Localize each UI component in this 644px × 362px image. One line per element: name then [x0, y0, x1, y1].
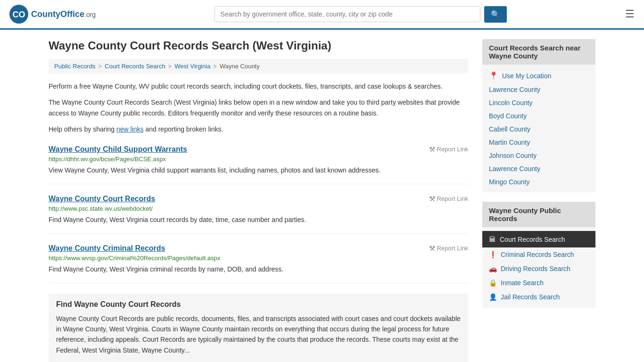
- report-icon-0: ⚒: [429, 145, 435, 154]
- pr-link-4[interactable]: Jail Records Search: [501, 293, 560, 301]
- report-icon-1: ⚒: [429, 195, 435, 203]
- search-input[interactable]: [215, 6, 480, 22]
- result-title-2[interactable]: Wayne County Criminal Records: [49, 244, 165, 253]
- location-icon: 📍: [489, 71, 498, 80]
- new-links-link[interactable]: new links: [116, 125, 144, 133]
- pr-label-0: Court Records Search: [500, 236, 565, 243]
- result-desc-2: Find Wayne County, West Virginia crimina…: [49, 264, 468, 274]
- sidebar: Court Records Search near Wayne County 📍…: [482, 39, 595, 362]
- description-2: The Wayne County Court Records Search (W…: [49, 97, 468, 118]
- report-link-0[interactable]: ⚒ Report Link: [429, 145, 468, 154]
- nearby-section-body: 📍 Use My Location Lawrence CountyLincoln…: [482, 65, 595, 192]
- result-url-1[interactable]: http://www.psc.state.wv.us/webdocket/: [49, 205, 468, 212]
- result-desc-0: View Wayne County, West Virginia child s…: [49, 165, 468, 175]
- public-records-item-4[interactable]: 👤Jail Records Search: [482, 290, 595, 304]
- breadcrumb: Public Records > Court Records Search > …: [49, 59, 468, 74]
- search-button[interactable]: 🔍: [484, 6, 507, 23]
- nearby-section-title: Court Records Search near Wayne County: [482, 39, 595, 65]
- nearby-link-6[interactable]: Lawrence County: [482, 162, 595, 175]
- public-records-item-1[interactable]: ❗Criminal Records Search: [482, 247, 595, 262]
- result-url-0[interactable]: https://dhhr.wv.gov/bcse/Pages/BCSE.aspx: [49, 156, 468, 163]
- search-area: 🔍: [215, 6, 507, 23]
- nearby-link-3[interactable]: Cabell County: [482, 123, 595, 136]
- result-item: Wayne County Court Records ⚒ Report Link…: [49, 195, 468, 234]
- nearby-link-0[interactable]: Lawrence County: [482, 83, 595, 96]
- report-link-2[interactable]: ⚒ Report Link: [429, 244, 468, 253]
- results-container: Wayne County Child Support Warrants ⚒ Re…: [49, 145, 468, 283]
- public-records-container: 🏛Court Records Search❗Criminal Records S…: [482, 231, 595, 304]
- public-records-item-3[interactable]: 🔒Inmate Search: [482, 276, 595, 290]
- pr-icon-4: 👤: [489, 293, 497, 301]
- result-header-1: Wayne County Court Records ⚒ Report Link: [49, 195, 468, 205]
- description-3: Help others by sharing new links and rep…: [49, 124, 468, 134]
- pr-link-1[interactable]: Criminal Records Search: [501, 251, 574, 258]
- nearby-link-5[interactable]: Johnson County: [482, 149, 595, 162]
- site-header: CO CountyOffice.org 🔍 ☰: [0, 0, 644, 30]
- desc3-post: and reporting broken links.: [144, 125, 223, 133]
- pr-icon-1: ❗: [489, 251, 497, 258]
- nearby-link-1[interactable]: Lincoln County: [482, 96, 595, 109]
- description-1: Perform a free Wayne County, WV public c…: [49, 81, 468, 91]
- report-link-1[interactable]: ⚒ Report Link: [429, 195, 468, 203]
- public-records-item-2[interactable]: 🚗Driving Records Search: [482, 262, 595, 276]
- logo-area: CO CountyOffice.org: [9, 5, 96, 24]
- result-item: Wayne County Criminal Records ⚒ Report L…: [49, 244, 468, 283]
- nearby-link-7[interactable]: Mingo County: [482, 175, 595, 189]
- pr-icon-2: 🚗: [489, 265, 497, 272]
- breadcrumb-public-records[interactable]: Public Records: [54, 63, 95, 70]
- result-url-2[interactable]: https://www.wvsp.gov/Criminal%20Records/…: [49, 255, 468, 262]
- pr-icon-3: 🔒: [489, 279, 497, 287]
- breadcrumb-west-virginia[interactable]: West Virginia: [174, 63, 210, 70]
- pr-link-3[interactable]: Inmate Search: [501, 279, 544, 287]
- logo-text: CountyOffice.org: [31, 9, 96, 19]
- breadcrumb-sep-3: >: [213, 63, 217, 70]
- use-location-link[interactable]: 📍 Use My Location: [482, 68, 595, 83]
- result-header-0: Wayne County Child Support Warrants ⚒ Re…: [49, 145, 468, 156]
- find-section-title: Find Wayne County Court Records: [56, 300, 461, 309]
- svg-text:CO: CO: [13, 10, 25, 19]
- result-desc-1: Find Wayne County, West Virginia court r…: [49, 215, 468, 225]
- nearby-section: Court Records Search near Wayne County 📍…: [482, 39, 595, 192]
- result-item: Wayne County Child Support Warrants ⚒ Re…: [49, 145, 468, 184]
- pr-link-2[interactable]: Driving Records Search: [501, 265, 570, 272]
- public-records-section: Wayne County Public Records 🏛Court Recor…: [482, 202, 595, 308]
- public-records-body: 🏛Court Records Search❗Criminal Records S…: [482, 227, 595, 308]
- logo-icon: CO: [9, 5, 28, 24]
- main-container: Wayne County Court Records Search (West …: [39, 30, 605, 362]
- nearby-link-2[interactable]: Boyd County: [482, 109, 595, 123]
- content-area: Wayne County Court Records Search (West …: [49, 39, 468, 362]
- result-header-2: Wayne County Criminal Records ⚒ Report L…: [49, 244, 468, 255]
- breadcrumb-wayne-county: Wayne County: [220, 63, 260, 70]
- desc3-pre: Help others by sharing: [49, 125, 116, 133]
- find-section: Find Wayne County Court Records Wayne Co…: [49, 294, 468, 362]
- nearby-links-container: Lawrence CountyLincoln CountyBoyd County…: [482, 83, 595, 189]
- breadcrumb-sep-2: >: [168, 63, 172, 70]
- breadcrumb-sep-1: >: [98, 63, 102, 70]
- report-icon-2: ⚒: [429, 244, 435, 253]
- find-section-desc: Wayne County Court Records are public re…: [56, 313, 461, 356]
- page-title: Wayne County Court Records Search (West …: [49, 39, 468, 52]
- nearby-link-4[interactable]: Martin County: [482, 136, 595, 149]
- pr-icon-0: 🏛: [489, 235, 496, 243]
- public-records-item-0[interactable]: 🏛Court Records Search: [482, 231, 595, 247]
- public-records-title: Wayne County Public Records: [482, 202, 595, 227]
- result-title-1[interactable]: Wayne County Court Records: [49, 195, 155, 203]
- result-title-0[interactable]: Wayne County Child Support Warrants: [49, 145, 187, 154]
- use-location-label: Use My Location: [502, 72, 551, 80]
- breadcrumb-court-records-search[interactable]: Court Records Search: [105, 63, 165, 70]
- menu-button[interactable]: ☰: [625, 9, 635, 19]
